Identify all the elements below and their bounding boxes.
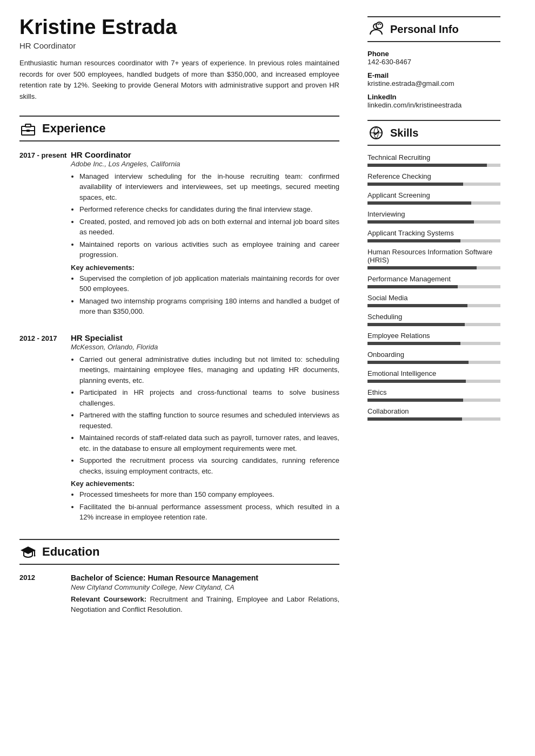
skill-bar-fill-8: [367, 323, 465, 326]
exp-bullet: Created, posted, and removed job ads on …: [79, 217, 339, 238]
skill-item-5: Human Resources Information Software (HR…: [367, 248, 500, 269]
skill-name-6: Performance Management: [367, 275, 500, 283]
skill-bar-bg-3: [367, 220, 500, 224]
exp-achievement: Processed timesheets for more than 150 c…: [79, 489, 339, 500]
skills-list: Technical Recruiting Reference Checking …: [367, 153, 500, 421]
svg-rect-3: [26, 130, 30, 132]
linkedin-label: LinkedIn: [367, 93, 500, 101]
skill-bar-fill-2: [367, 201, 471, 205]
email-item: E-mail kristine.estrada@gmail.com: [367, 71, 500, 87]
exp-bullets-1: Managed interview scheduling for the in-…: [71, 171, 339, 260]
graduation-icon: [19, 543, 37, 561]
skill-bar-fill-0: [367, 164, 487, 167]
phone-label: Phone: [367, 50, 500, 58]
skill-bar-bg-6: [367, 285, 500, 288]
svg-marker-4: [21, 546, 36, 554]
exp-content-2: HR Specialist McKesson, Orlando, Florida…: [71, 333, 339, 526]
skill-bar-bg-2: [367, 201, 500, 205]
skill-bar-fill-13: [367, 417, 462, 421]
candidate-name: Kristine Estrada: [19, 16, 339, 39]
exp-achievement: Supervised the completion of job applica…: [79, 273, 339, 294]
exp-bullet: Maintained records of staff-related data…: [79, 433, 339, 454]
exp-company-2: McKesson, Orlando, Florida: [71, 343, 339, 351]
resume-container: Kristine Estrada HR Coordinator Enthusia…: [0, 0, 535, 756]
exp-achievements-1: Supervised the completion of job applica…: [71, 273, 339, 317]
briefcase-icon: [19, 120, 37, 137]
svg-point-6: [34, 555, 36, 556]
skills-title: Skills: [390, 127, 418, 139]
right-column: Personal Info Phone 142-630-8467 E-mail …: [357, 0, 513, 756]
skill-name-3: Interviewing: [367, 210, 500, 218]
achievements-label-2: Key achievements:: [71, 480, 339, 488]
edu-school-1: New Cityland Community College, New City…: [71, 583, 339, 591]
skill-item-8: Scheduling: [367, 313, 500, 326]
skill-item-11: Emotional Intelligence: [367, 369, 500, 383]
exp-bullet: Managed interview scheduling for the in-…: [79, 171, 339, 203]
exp-achievement: Facilitated the bi-annual performance as…: [79, 502, 339, 523]
skill-name-1: Reference Checking: [367, 172, 500, 180]
exp-date-1: 2017 - present: [19, 150, 71, 320]
edu-content-1: Bachelor of Science: Human Resource Mana…: [71, 573, 339, 615]
exp-achievements-2: Processed timesheets for more than 150 c…: [71, 489, 339, 523]
skill-item-10: Onboarding: [367, 350, 500, 364]
phone-item: Phone 142-630-8467: [367, 50, 500, 66]
edu-date-1: 2012: [19, 573, 71, 615]
left-column: Kristine Estrada HR Coordinator Enthusia…: [0, 0, 357, 756]
skill-name-5: Human Resources Information Software (HR…: [367, 248, 500, 264]
skill-bar-fill-6: [367, 285, 458, 288]
exp-bullet: Maintained reports on various activities…: [79, 239, 339, 260]
skill-name-10: Onboarding: [367, 350, 500, 359]
skill-bar-fill-12: [367, 399, 463, 402]
experience-title: Experience: [42, 122, 105, 136]
achievements-label-1: Key achievements:: [71, 264, 339, 272]
skill-bar-bg-0: [367, 164, 500, 167]
skill-bar-bg-10: [367, 361, 500, 364]
exp-bullet: Carried out general administrative dutie…: [79, 354, 339, 386]
email-label: E-mail: [367, 71, 500, 79]
skill-bar-fill-1: [367, 183, 463, 186]
exp-company-1: Adobe Inc., Los Angeles, California: [71, 160, 339, 168]
skill-item-3: Interviewing: [367, 210, 500, 224]
skill-item-12: Ethics: [367, 388, 500, 402]
coursework-label: Relevant Coursework:: [71, 595, 146, 603]
skill-name-4: Applicant Tracking Systems: [367, 229, 500, 237]
skill-item-2: Applicant Screening: [367, 191, 500, 205]
exp-bullet: Performed reference checks for candidate…: [79, 204, 339, 215]
skills-section-header: Skills: [367, 120, 500, 146]
experience-list: 2017 - present HR Coordinator Adobe Inc.…: [19, 150, 339, 526]
svg-point-8: [376, 22, 383, 29]
header-section: Kristine Estrada HR Coordinator Enthusia…: [19, 16, 339, 103]
education-title: Education: [42, 545, 99, 559]
phone-value: 142-630-8467: [367, 58, 411, 66]
skill-item-9: Employee Relations: [367, 332, 500, 345]
exp-achievement: Managed two internship programs comprisi…: [79, 296, 339, 317]
skill-bar-bg-5: [367, 266, 500, 269]
skill-bar-bg-9: [367, 342, 500, 345]
email-value: kristine.estrada@gmail.com: [367, 79, 454, 87]
skill-bar-bg-12: [367, 399, 500, 402]
skill-bar-fill-11: [367, 380, 466, 383]
skill-bar-bg-7: [367, 304, 500, 307]
skill-bar-fill-10: [367, 361, 469, 364]
exp-content-1: HR Coordinator Adobe Inc., Los Angeles, …: [71, 150, 339, 320]
skill-bar-bg-13: [367, 417, 500, 421]
skill-bar-bg-1: [367, 183, 500, 186]
candidate-summary: Enthusiastic human resources coordinator…: [19, 58, 339, 103]
edu-degree-1: Bachelor of Science: Human Resource Mana…: [71, 573, 339, 582]
skill-item-13: Collaboration: [367, 407, 500, 421]
skill-item-7: Social Media: [367, 294, 500, 307]
skill-item-4: Applicant Tracking Systems: [367, 229, 500, 242]
exp-date-2: 2012 - 2017: [19, 333, 71, 526]
skill-name-7: Social Media: [367, 294, 500, 302]
skill-bar-fill-9: [367, 342, 460, 345]
exp-bullet: Participated in HR projects and cross-fu…: [79, 387, 339, 408]
skill-bar-bg-11: [367, 380, 500, 383]
education-entry-1: 2012 Bachelor of Science: Human Resource…: [19, 573, 339, 615]
skill-bar-fill-5: [367, 266, 477, 269]
skill-name-2: Applicant Screening: [367, 191, 500, 199]
candidate-title: HR Coordinator: [19, 41, 339, 50]
experience-section-header: Experience: [19, 116, 339, 141]
skill-bar-fill-4: [367, 239, 460, 242]
linkedin-value: linkedin.com/in/kristineestrada: [367, 101, 462, 109]
skill-bar-fill-3: [367, 220, 474, 224]
